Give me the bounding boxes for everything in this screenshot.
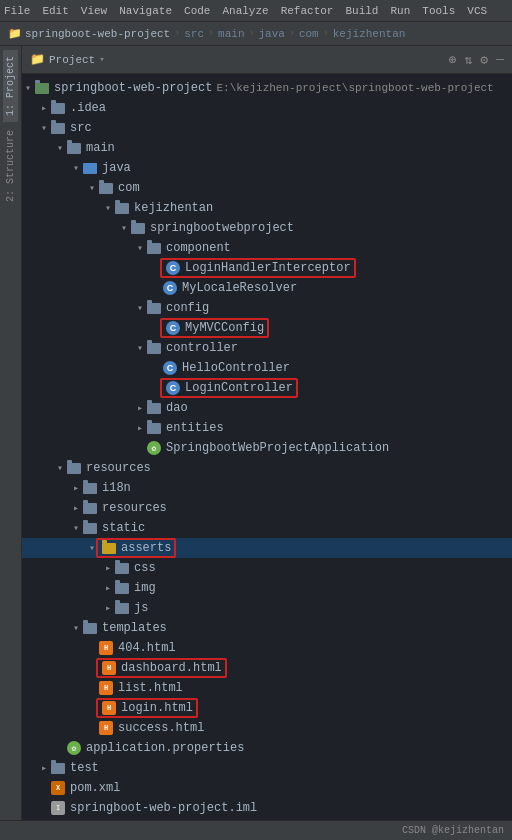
menu-run[interactable]: Run <box>390 5 410 17</box>
node-label-i18n: i18n <box>102 481 131 495</box>
settings-icon[interactable]: ⚙ <box>480 52 488 68</box>
breadcrumb-src[interactable]: src <box>184 28 204 40</box>
breadcrumb-main[interactable]: main <box>218 28 244 40</box>
tree-node-springbootwebproject[interactable]: ▾springbootwebproject <box>22 218 512 238</box>
tree-node-SpringbootWebProjectApplication[interactable]: ✿SpringbootWebProjectApplication <box>22 438 512 458</box>
class-icon: C <box>162 280 178 296</box>
tree-node-springboot-web-project-iml[interactable]: Ispringboot-web-project.iml <box>22 798 512 818</box>
tree-node-component[interactable]: ▾component <box>22 238 512 258</box>
tree-node-i18n[interactable]: ▸i18n <box>22 478 512 498</box>
tree-node-applicationprops[interactable]: ✿application.properties <box>22 738 512 758</box>
tree-node-java[interactable]: ▾java <box>22 158 512 178</box>
menu-navigate[interactable]: Navigate <box>119 5 172 17</box>
node-label-MyLocaleResolver: MyLocaleResolver <box>182 281 297 295</box>
menu-analyze[interactable]: Analyze <box>222 5 268 17</box>
tree-node-loginhtml[interactable]: Hlogin.html <box>22 698 512 718</box>
tree-node-com[interactable]: ▾com <box>22 178 512 198</box>
menu-file[interactable]: File <box>4 5 30 17</box>
folder-icon <box>114 200 130 216</box>
tree-node-asserts[interactable]: ▾asserts <box>22 538 512 558</box>
menu-vcs[interactable]: VCS <box>467 5 487 17</box>
tree-node-static[interactable]: ▾static <box>22 518 512 538</box>
tree-node-MyLocaleResolver[interactable]: CMyLocaleResolver <box>22 278 512 298</box>
tree-node-pomxml[interactable]: Xpom.xml <box>22 778 512 798</box>
panel-title[interactable]: 📁 Project ▾ <box>30 52 105 67</box>
menu-code[interactable]: Code <box>184 5 210 17</box>
expand-arrow: ▸ <box>70 502 82 514</box>
tree-node-root[interactable]: ▾springboot-web-project E:\kejizhen-proj… <box>22 78 512 98</box>
spring-icon: ✿ <box>66 740 82 756</box>
menu-edit[interactable]: Edit <box>42 5 68 17</box>
tree-node-idea[interactable]: ▸.idea <box>22 98 512 118</box>
tree-node-css[interactable]: ▸css <box>22 558 512 578</box>
node-label-asserts: asserts <box>121 541 171 555</box>
sort-icon[interactable]: ⇅ <box>465 52 473 68</box>
expand-arrow: ▾ <box>22 82 34 94</box>
left-tab-project[interactable]: 1: Project <box>3 50 18 122</box>
tree-node-resources2[interactable]: ▸resources <box>22 498 512 518</box>
tree-node-test[interactable]: ▸test <box>22 758 512 778</box>
tree-node-resources[interactable]: ▾resources <box>22 458 512 478</box>
node-label-img: img <box>134 581 156 595</box>
html-file-icon: H <box>98 680 114 696</box>
expand-arrow: ▾ <box>102 202 114 214</box>
tree-node-controller[interactable]: ▾controller <box>22 338 512 358</box>
asserts-folder-icon <box>101 540 117 556</box>
highlight-box: Hdashboard.html <box>96 658 227 678</box>
project-panel: 📁 Project ▾ ⊕ ⇅ ⚙ — ▾springboot-web-proj… <box>22 46 512 840</box>
tree-node-HelloController[interactable]: CHelloController <box>22 358 512 378</box>
menu-build[interactable]: Build <box>345 5 378 17</box>
folder-icon <box>114 580 130 596</box>
folder-icon <box>146 300 162 316</box>
node-label-LoginController: LoginController <box>185 381 293 395</box>
tree-node-config[interactable]: ▾config <box>22 298 512 318</box>
panel-header: 📁 Project ▾ ⊕ ⇅ ⚙ — <box>22 46 512 74</box>
node-label-js: js <box>134 601 148 615</box>
tree-node-MyMVCConfig[interactable]: CMyMVCConfig <box>22 318 512 338</box>
folder-icon <box>146 240 162 256</box>
tree-node-successhtml[interactable]: Hsuccess.html <box>22 718 512 738</box>
breadcrumb-sep-3: › <box>248 28 254 39</box>
class-icon: C <box>162 360 178 376</box>
tree-node-dao[interactable]: ▸dao <box>22 398 512 418</box>
left-tabs: 1: Project 2: Structure <box>0 46 22 840</box>
tree-node-img[interactable]: ▸img <box>22 578 512 598</box>
expand-arrow: ▸ <box>102 582 114 594</box>
tree-node-kejizhentan[interactable]: ▾kejizhentan <box>22 198 512 218</box>
node-label-css: css <box>134 561 156 575</box>
tree-node-js[interactable]: ▸js <box>22 598 512 618</box>
tree-node-LoginController[interactable]: CLoginController <box>22 378 512 398</box>
breadcrumb-sep-2: › <box>208 28 214 39</box>
tree-node-main[interactable]: ▾main <box>22 138 512 158</box>
tree-node-dashboardhtml[interactable]: Hdashboard.html <box>22 658 512 678</box>
tree-node-entities[interactable]: ▸entities <box>22 418 512 438</box>
breadcrumb-com[interactable]: com <box>299 28 319 40</box>
minimize-icon[interactable]: — <box>496 52 504 67</box>
panel-title-label: Project <box>49 54 95 66</box>
menu-refactor[interactable]: Refactor <box>281 5 334 17</box>
node-label-entities: entities <box>166 421 224 435</box>
folder-icon <box>114 560 130 576</box>
menu-view[interactable]: View <box>81 5 107 17</box>
menu-tools[interactable]: Tools <box>422 5 455 17</box>
tree-node-listhtml[interactable]: Hlist.html <box>22 678 512 698</box>
breadcrumb-project[interactable]: 📁 springboot-web-project <box>8 27 170 40</box>
breadcrumb-kejizhentan[interactable]: kejizhentan <box>333 28 406 40</box>
node-label-templates: templates <box>102 621 167 635</box>
left-tab-structure[interactable]: 2: Structure <box>3 124 18 208</box>
expand-arrow: ▸ <box>70 482 82 494</box>
expand-arrow: ▾ <box>134 302 146 314</box>
node-label-LoginHandlerInterceptor: LoginHandlerInterceptor <box>185 261 351 275</box>
node-label-controller: controller <box>166 341 238 355</box>
tree-node-LoginHandlerInterceptor[interactable]: CLoginHandlerInterceptor <box>22 258 512 278</box>
node-label-successhtml: success.html <box>118 721 204 735</box>
tree-node-src[interactable]: ▾src <box>22 118 512 138</box>
highlight-box: CLoginHandlerInterceptor <box>160 258 356 278</box>
tree-node-404html[interactable]: H404.html <box>22 638 512 658</box>
breadcrumb-java[interactable]: java <box>259 28 285 40</box>
node-label-dashboardhtml: dashboard.html <box>121 661 222 675</box>
sync-icon[interactable]: ⊕ <box>449 52 457 68</box>
file-tree[interactable]: ▾springboot-web-project E:\kejizhen-proj… <box>22 74 512 840</box>
breadcrumb-sep-1: › <box>174 28 180 39</box>
tree-node-templates[interactable]: ▾templates <box>22 618 512 638</box>
